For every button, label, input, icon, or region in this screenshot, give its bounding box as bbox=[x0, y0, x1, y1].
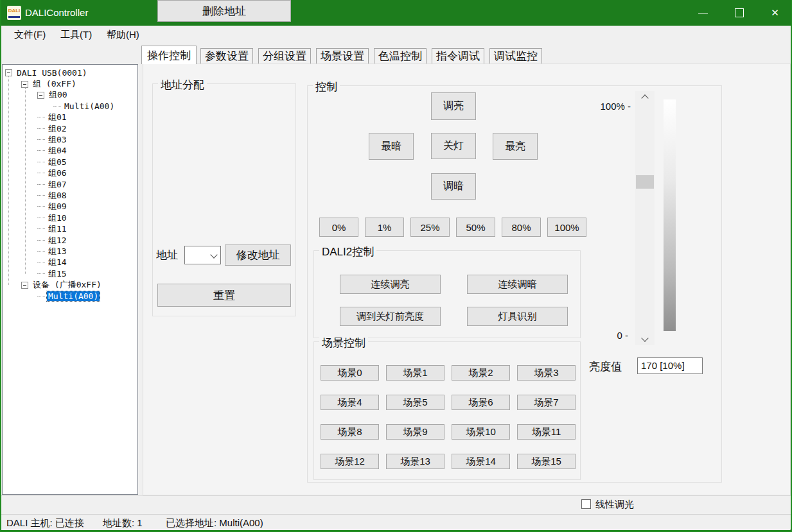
brightness-value-label: 亮度值 bbox=[589, 359, 622, 374]
tree-item[interactable]: 组01 bbox=[3, 112, 137, 123]
tab[interactable]: 分组设置 bbox=[258, 48, 311, 64]
brightness-value-field[interactable]: 170 [10%] bbox=[637, 357, 703, 374]
scene-button[interactable]: 场景14 bbox=[452, 454, 510, 469]
tree-item[interactable]: 组02 bbox=[3, 123, 137, 134]
tree-connector bbox=[37, 218, 45, 219]
tree-item-label: 组09 bbox=[47, 201, 68, 212]
tree-item[interactable]: DALI USB(0001) bbox=[3, 67, 137, 78]
tree-connector bbox=[37, 117, 45, 118]
tree-item[interactable]: 组08 bbox=[3, 190, 137, 201]
tab[interactable]: 色温控制 bbox=[374, 48, 427, 64]
tree-item[interactable]: 组13 bbox=[3, 246, 137, 257]
modify-address-button[interactable]: 修改地址 bbox=[225, 245, 291, 266]
tree-item[interactable]: 组06 bbox=[3, 168, 137, 179]
tab[interactable]: 调试监控 bbox=[489, 48, 542, 64]
dali2-action-button[interactable]: 灯具识别 bbox=[467, 307, 568, 326]
tree-connector bbox=[37, 139, 45, 141]
dali2-action-button[interactable]: 调到关灯前亮度 bbox=[340, 307, 441, 326]
tree-item[interactable]: 组14 bbox=[3, 257, 137, 268]
scroll-down-button[interactable] bbox=[635, 332, 655, 344]
collapse-icon[interactable] bbox=[5, 69, 12, 76]
scene-button[interactable]: 场景12 bbox=[321, 454, 379, 469]
scene-button[interactable]: 场景7 bbox=[517, 395, 576, 410]
tree-connector bbox=[37, 296, 45, 297]
tree-item[interactable]: 组04 bbox=[3, 146, 137, 157]
menu-file[interactable]: 文件(F) bbox=[10, 26, 49, 44]
percent-button[interactable]: 50% bbox=[456, 218, 495, 237]
dim-up-button[interactable]: 调亮 bbox=[431, 92, 476, 120]
status-selected-address: 已选择地址: Multi(A00) bbox=[166, 515, 263, 531]
linear-dimming-checkbox[interactable] bbox=[581, 499, 591, 509]
collapse-icon[interactable] bbox=[21, 81, 28, 88]
maximize-button[interactable] bbox=[724, 0, 754, 26]
dim-down-button[interactable]: 调暗 bbox=[431, 173, 476, 200]
tree-item-label: Multi(A00) bbox=[47, 291, 100, 301]
min-brightness-button[interactable]: 最暗 bbox=[369, 133, 414, 160]
tree-item[interactable]: 组09 bbox=[3, 202, 137, 212]
tab[interactable]: 操作控制 bbox=[141, 46, 197, 64]
scene-button[interactable]: 场景3 bbox=[517, 365, 576, 381]
reset-button[interactable]: 重置 bbox=[157, 284, 291, 307]
scene-button[interactable]: 场景10 bbox=[452, 424, 510, 440]
scene-button[interactable]: 场景1 bbox=[386, 365, 444, 381]
scene-button[interactable]: 场景0 bbox=[321, 365, 379, 381]
tab[interactable]: 参数设置 bbox=[200, 48, 253, 64]
percent-button[interactable]: 1% bbox=[365, 218, 404, 237]
close-button[interactable]: ✕ bbox=[760, 0, 790, 26]
address-action-button[interactable]: 删除地址 bbox=[157, 0, 291, 22]
tree-item-label: 组13 bbox=[47, 246, 68, 257]
scene-button[interactable]: 场景15 bbox=[517, 454, 576, 469]
brightness-scrollbar[interactable] bbox=[635, 91, 655, 345]
percent-button[interactable]: 0% bbox=[319, 218, 358, 237]
collapse-icon[interactable] bbox=[37, 92, 44, 99]
light-off-button[interactable]: 关灯 bbox=[431, 133, 476, 159]
tree-item[interactable]: Multi(A00) bbox=[3, 101, 137, 112]
scroll-up-button[interactable] bbox=[635, 92, 655, 104]
tree-connector bbox=[37, 262, 45, 263]
address-allocation-group: 地址分配 bbox=[152, 83, 296, 316]
tab[interactable]: 场景设置 bbox=[316, 48, 369, 64]
minimize-icon bbox=[698, 13, 708, 13]
tree-item[interactable]: 组05 bbox=[3, 157, 137, 167]
tree-item[interactable]: 组00 bbox=[3, 90, 137, 101]
scene-button[interactable]: 场景13 bbox=[386, 454, 444, 469]
tree-item-label: 组10 bbox=[47, 212, 68, 224]
tab-strip: 操作控制参数设置分组设置场景设置色温控制指令调试调试监控 bbox=[143, 46, 542, 64]
minimize-button[interactable] bbox=[688, 0, 718, 26]
scene-button[interactable]: 场景9 bbox=[386, 424, 444, 440]
menu-help[interactable]: 帮助(H) bbox=[103, 26, 143, 44]
scene-button[interactable]: 场景5 bbox=[386, 395, 444, 410]
scene-button[interactable]: 场景8 bbox=[321, 424, 379, 440]
device-tree[interactable]: DALI USB(0001)组 (0xFF)组00Multi(A00)组01组0… bbox=[2, 64, 138, 495]
tree-item[interactable]: 组10 bbox=[3, 212, 137, 223]
tree-connector bbox=[37, 195, 45, 196]
status-bar: DALI 主机: 已连接 地址数: 1 已选择地址: Multi(A00) bbox=[0, 514, 792, 531]
percent-button[interactable]: 100% bbox=[547, 218, 586, 237]
tree-item[interactable]: 组03 bbox=[3, 134, 137, 145]
tree-item[interactable]: 设备 (广播0xFF) bbox=[3, 279, 137, 290]
scene-button[interactable]: 场景11 bbox=[517, 424, 576, 440]
dali2-action-button[interactable]: 连续调亮 bbox=[340, 275, 441, 294]
menu-tools[interactable]: 工具(T) bbox=[57, 26, 96, 44]
brightness-max-label: 100% - bbox=[578, 101, 631, 112]
tree-item[interactable]: 组07 bbox=[3, 179, 137, 190]
tree-item[interactable]: 组 (0xFF) bbox=[3, 78, 137, 89]
scene-button[interactable]: 场景2 bbox=[452, 365, 510, 381]
collapse-icon[interactable] bbox=[21, 282, 28, 289]
address-combobox[interactable] bbox=[184, 246, 221, 264]
tree-item[interactable]: Multi(A00) bbox=[3, 291, 137, 302]
chevron-up-icon bbox=[641, 94, 648, 101]
tab[interactable]: 指令调试 bbox=[432, 48, 484, 64]
tree-item[interactable]: 组12 bbox=[3, 235, 137, 246]
percent-button[interactable]: 25% bbox=[410, 218, 450, 237]
percent-button[interactable]: 80% bbox=[502, 218, 541, 237]
scene-button[interactable]: 场景6 bbox=[452, 395, 510, 410]
tree-item-label: 组15 bbox=[47, 268, 68, 280]
dali2-action-button[interactable]: 连续调暗 bbox=[467, 275, 568, 294]
scene-button[interactable]: 场景4 bbox=[321, 395, 379, 410]
resize-grip-icon[interactable] bbox=[787, 526, 788, 528]
tree-item[interactable]: 组11 bbox=[3, 223, 137, 234]
tree-item[interactable]: 组15 bbox=[3, 268, 137, 279]
scrollbar-thumb[interactable] bbox=[636, 175, 654, 189]
max-brightness-button[interactable]: 最亮 bbox=[493, 133, 538, 160]
